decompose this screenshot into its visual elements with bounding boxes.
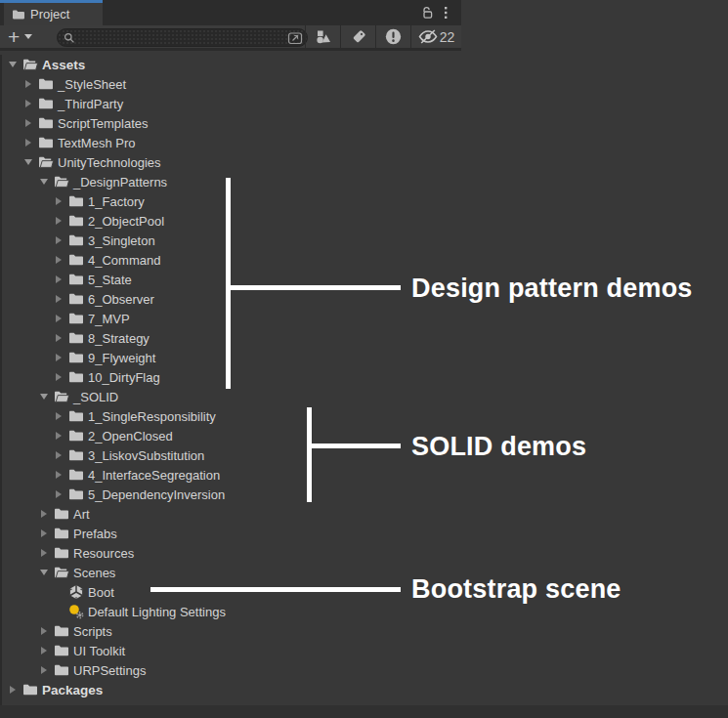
tree-item-3-liskovsubstitution[interactable]: 3_LiskovSubstitution [0,445,461,465]
tree-item-9-flyweight[interactable]: 9_Flyweight [0,348,461,367]
tree-item-label: UnityTechnologies [58,155,161,170]
tree-item-label: 4_InterfaceSegregation [88,468,220,483]
tree-item-label: 8_Strategy [88,331,150,346]
search-input[interactable] [75,31,287,45]
expander-icon[interactable] [52,470,65,480]
tree-item-2-openclosed[interactable]: 2_OpenClosed [0,426,461,445]
tree-item--solid[interactable]: _SOLID [0,387,461,406]
tree-item-4-interfacesegregation[interactable]: 4_InterfaceSegregation [0,465,461,485]
create-asset-button[interactable]: + [8,25,32,48]
annotation-bootstrap: Bootstrap scene [411,574,621,605]
hidden-items-button[interactable]: 22 [410,25,461,48]
search-field [57,28,308,47]
folder-icon [53,643,69,658]
expander-icon[interactable] [21,99,35,108]
expander-icon[interactable] [6,685,20,695]
tree-item-scripts[interactable]: Scripts [0,621,461,641]
kebab-menu-icon[interactable] [444,6,448,20]
folder-icon [53,623,69,639]
annotation-line-solid [307,443,401,448]
expander-icon[interactable] [37,665,51,675]
tree-item-label: Resources [73,546,134,561]
search-by-label-button[interactable] [340,25,375,48]
expander-icon[interactable] [37,646,51,655]
expander-icon[interactable] [52,255,65,265]
expander-icon[interactable] [21,138,35,148]
tree-item-assets[interactable]: Assets [0,55,461,74]
expander-icon[interactable] [6,60,20,69]
tree-item-3-singleton[interactable]: 3_Singleton [0,231,461,250]
expander-icon[interactable] [52,353,65,362]
tree-item-label: _ThirdParty [58,97,123,111]
expander-icon[interactable] [52,294,65,304]
tree-item-unitytechnologies[interactable]: UnityTechnologies [0,152,461,172]
tree-item-label: Prefabs [73,527,117,541]
tree-item-6-observer[interactable]: 6_Observer [0,289,461,309]
tab-project[interactable]: Project [4,3,103,25]
shapes-icon [316,29,331,44]
tree-item-5-dependencyinversion[interactable]: 5_DependencyInversion [0,485,461,504]
tree-item--designpatterns[interactable]: _DesignPatterns [0,172,461,191]
expander-icon[interactable] [37,528,51,538]
tree-item-art[interactable]: Art [0,504,461,524]
tree-item-10-dirtyflag[interactable]: 10_DirtyFlag [0,367,461,387]
expander-icon[interactable] [52,235,65,245]
tabbar-actions [420,0,448,25]
search-by-import-warnings-button[interactable] [375,25,410,48]
tree-item-4-command[interactable]: 4_Command [0,250,461,270]
folder-icon [37,135,54,150]
light-icon [67,604,84,619]
tree-item-label: 6_Observer [88,292,154,307]
tree-item--stylesheet[interactable]: _StyleSheet [0,74,461,94]
tree-item-resources[interactable]: Resources [0,543,461,563]
expander-icon[interactable] [52,431,65,441]
expander-icon[interactable] [21,79,35,89]
search-by-type-button[interactable] [305,25,340,48]
unlocked-padlock-icon[interactable] [420,6,434,20]
expander-icon[interactable] [37,568,51,577]
expander-icon[interactable] [52,333,65,343]
tree-item-label: Assets [42,58,85,72]
tree-item-scripttemplates[interactable]: ScriptTemplates [0,113,461,133]
tree-item-boot[interactable]: Boot [0,582,461,602]
expander-icon[interactable] [52,372,65,382]
folder-icon [67,369,84,385]
expander-icon[interactable] [21,157,35,167]
folder-icon [67,447,84,463]
expander-icon[interactable] [52,489,65,499]
tree-item-1-singleresponsibility[interactable]: 1_SingleResponsibility [0,406,461,426]
folder-icon [67,330,84,346]
plus-icon: + [8,27,20,47]
tree-item-8-strategy[interactable]: 8_Strategy [0,328,461,348]
folder-icon [37,76,54,92]
expander-icon[interactable] [37,626,51,636]
tree-item-scenes[interactable]: Scenes [0,563,461,582]
open-in-window-icon[interactable] [287,31,303,45]
expander-icon[interactable] [52,216,65,226]
tree-item-prefabs[interactable]: Prefabs [0,524,461,543]
tree-item--thirdparty[interactable]: _ThirdParty [0,94,461,113]
expander-icon[interactable] [52,450,65,460]
tree-item-packages[interactable]: Packages [0,680,461,699]
expander-icon[interactable] [52,196,65,206]
tree-item-ui-toolkit[interactable]: UI Toolkit [0,641,461,660]
expander-icon[interactable] [37,548,51,558]
tree-item-2-objectpool[interactable]: 2_ObjectPool [0,211,461,231]
project-tree: Assets _StyleSheet _ThirdParty ScriptTem… [0,55,461,699]
expander-icon[interactable] [21,118,35,128]
expander-icon[interactable] [37,177,51,187]
expander-icon[interactable] [37,392,51,401]
tree-item-default-lighting-settings[interactable]: Default Lighting Settings [0,602,461,621]
tree-item-label: 3_LiskovSubstitution [88,448,204,463]
expander-icon[interactable] [52,411,65,421]
expander-icon[interactable] [52,314,65,323]
tree-item-label: _StyleSheet [58,77,126,92]
tree-item-textmesh-pro[interactable]: TextMesh Pro [0,133,461,152]
expander-icon[interactable] [37,509,51,519]
tree-item-label: 2_ObjectPool [88,214,164,229]
tree-item-urpsettings[interactable]: URPSettings [0,660,461,680]
expander-icon[interactable] [52,275,65,284]
folder-icon [37,96,54,111]
tree-item-7-mvp[interactable]: 7_MVP [0,309,461,328]
tree-item-1-factory[interactable]: 1_Factory [0,191,461,211]
